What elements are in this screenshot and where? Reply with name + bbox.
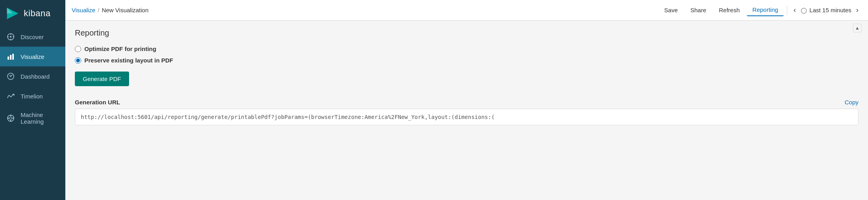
content-title: Reporting (75, 28, 858, 38)
time-navigation: ‹ ◯ Last 15 minutes › (790, 4, 862, 16)
clock-icon: ◯ (801, 7, 807, 13)
svg-point-16 (10, 115, 11, 117)
bar-chart-icon (6, 52, 15, 61)
main-content-area: Visualize / New Visualization Save Share… (65, 0, 868, 200)
sidebar-item-machine-learning-label: Machine Learning (21, 111, 59, 125)
generation-url-value: http://localhost:5601/api/reporting/gene… (75, 109, 858, 125)
sidebar-navigation: Discover Visualize Dashboar (0, 27, 65, 200)
breadcrumb-current-page: New Visualization (102, 7, 148, 13)
sidebar-item-discover[interactable]: Discover (0, 27, 65, 47)
refresh-button[interactable]: Refresh (714, 4, 746, 16)
topbar-actions: Save Share Refresh Reporting ‹ ◯ Last 15… (659, 4, 862, 16)
sidebar-item-discover-label: Discover (21, 34, 44, 40)
topbar: Visualize / New Visualization Save Share… (65, 0, 868, 21)
topbar-divider (787, 6, 787, 15)
scroll-up-button[interactable]: ▲ (853, 24, 862, 32)
sidebar-item-visualize-label: Visualize (21, 53, 44, 60)
radio-optimize-pdf-label: Optimize PDF for printing (84, 45, 156, 52)
sidebar-item-dashboard-label: Dashboard (21, 73, 49, 80)
compass-icon (6, 32, 15, 41)
timelion-icon (6, 92, 15, 100)
svg-point-3 (10, 36, 11, 38)
svg-rect-8 (8, 57, 9, 60)
svg-point-18 (8, 118, 9, 119)
time-range-label: Last 15 minutes (809, 7, 851, 13)
radio-optimize-pdf[interactable]: Optimize PDF for printing (75, 45, 858, 52)
reporting-content: ▲ Reporting Optimize PDF for printing Pr… (65, 21, 868, 200)
reporting-button[interactable]: Reporting (747, 4, 784, 16)
radio-preserve-layout-input[interactable] (75, 57, 81, 64)
sidebar-item-timelion-label: Timelion (21, 93, 43, 100)
radio-optimize-pdf-input[interactable] (75, 46, 81, 52)
copy-url-button[interactable]: Copy (845, 99, 858, 106)
breadcrumb-visualize-link[interactable]: Visualize (72, 7, 95, 13)
sidebar-logo: kibana (0, 0, 65, 27)
generation-url-header: Generation URL Copy (75, 99, 858, 106)
radio-preserve-layout-label: Preserve existing layout in PDF (84, 57, 173, 64)
pdf-options-group: Optimize PDF for printing Preserve exist… (75, 45, 858, 64)
svg-point-19 (13, 118, 14, 119)
share-button[interactable]: Share (685, 4, 712, 16)
breadcrumb: Visualize / New Visualization (72, 7, 659, 13)
sidebar-item-timelion[interactable]: Timelion (0, 86, 65, 106)
sidebar-item-dashboard[interactable]: Dashboard (0, 66, 65, 86)
svg-point-15 (10, 117, 12, 119)
kibana-logo-icon (6, 6, 20, 21)
generation-url-label: Generation URL (75, 99, 120, 106)
generate-pdf-button[interactable]: Generate PDF (75, 72, 129, 86)
breadcrumb-separator: / (98, 7, 99, 13)
time-prev-button[interactable]: ‹ (790, 4, 799, 16)
sidebar-item-visualize[interactable]: Visualize (0, 47, 65, 66)
sidebar: kibana Discover (0, 0, 65, 200)
time-next-button[interactable]: › (853, 4, 862, 16)
generation-url-section: Generation URL Copy http://localhost:560… (75, 99, 858, 125)
dashboard-icon (6, 72, 15, 81)
time-range-picker[interactable]: ◯ Last 15 minutes (801, 7, 851, 13)
kibana-brand-name: kibana (24, 8, 51, 19)
svg-point-17 (10, 120, 11, 121)
sidebar-item-machine-learning[interactable]: Machine Learning (0, 106, 65, 130)
svg-rect-10 (12, 54, 14, 60)
svg-rect-9 (10, 55, 11, 60)
radio-preserve-layout[interactable]: Preserve existing layout in PDF (75, 57, 858, 64)
ml-icon (6, 114, 15, 123)
save-button[interactable]: Save (659, 4, 683, 16)
svg-point-12 (10, 76, 11, 77)
